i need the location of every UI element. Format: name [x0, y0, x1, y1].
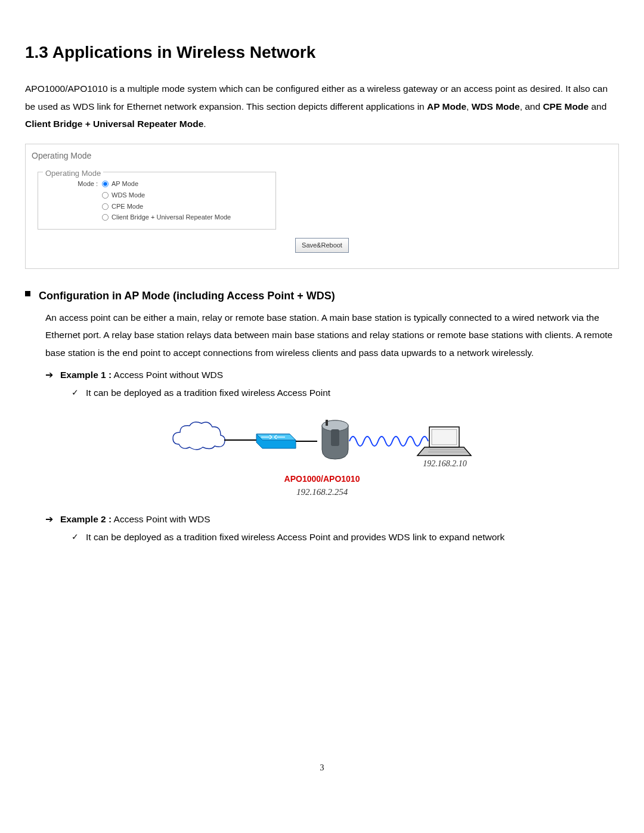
square-bullet-icon: [25, 291, 30, 296]
page-number: 3: [25, 760, 619, 776]
example-2-row: ➔ Example 2 : Access Point with WDS: [45, 510, 619, 528]
section-title: 1.3 Applications in Wireless Network: [25, 42, 619, 63]
radio-ap-mode-label: AP Mode: [112, 178, 138, 190]
diagram-caption: APO1000/APO1010 192.168.2.254: [25, 472, 619, 498]
example-1-label: Example 1 :: [60, 370, 112, 380]
check-icon: ✓: [72, 528, 79, 546]
laptop-icon: [417, 427, 471, 456]
intro-bold-cb: Client Bridge + Universal Repeater Mode: [25, 119, 203, 129]
mode-row-cb: Client Bridge + Universal Repeater Mode: [44, 212, 270, 223]
intro-end: .: [203, 119, 206, 129]
example-1-bullet-text: It can be deployed as a tradition fixed …: [86, 384, 330, 401]
intro-bold-wds: WDS Mode: [472, 101, 520, 112]
example-2-bullet-row: ✓ It can be deployed as a tradition fixe…: [72, 528, 619, 546]
intro-sep-1: ,: [466, 101, 472, 112]
example-2-label: Example 2 :: [60, 514, 112, 524]
cloud-icon: [173, 422, 225, 450]
switch-icon: [256, 434, 296, 448]
example-2-bullet-text: It can be deployed as a tradition fixed …: [86, 528, 504, 546]
ap-mode-heading: Configuration in AP Mode (including Acce…: [39, 286, 335, 306]
svg-rect-7: [326, 420, 328, 426]
operating-mode-panel: Operating Mode Operating Mode Mode : AP …: [25, 144, 619, 270]
radio-client-bridge-mode-label: Client Bridge + Universal Repeater Mode: [112, 212, 231, 223]
check-icon: ✓: [72, 384, 79, 401]
svg-marker-10: [417, 447, 471, 456]
radio-ap-mode[interactable]: [102, 181, 109, 187]
example-1-row: ➔ Example 1 : Access Point without WDS: [45, 366, 619, 384]
intro-sep-3: and: [589, 101, 606, 112]
ap-mode-paragraph: An access point can be either a main, re…: [45, 309, 619, 361]
radio-wds-mode-label: WDS Mode: [112, 190, 145, 201]
network-diagram-svg: 192.168.2.10: [167, 411, 477, 471]
mode-row-cpe: CPE Mode: [44, 201, 270, 212]
network-diagram: 192.168.2.10 APO1000/APO1010 192.168.2.2…: [25, 411, 619, 498]
device-model-label: APO1000/APO1010: [284, 474, 360, 484]
arrow-right-icon: ➔: [45, 366, 53, 384]
mode-row-wds: WDS Mode: [44, 190, 270, 201]
client-ip-label: 192.168.2.10: [423, 459, 467, 468]
wireless-link-icon: [349, 436, 428, 446]
radio-client-bridge-mode[interactable]: [102, 214, 109, 221]
ap-mode-heading-row: Configuration in AP Mode (including Acce…: [25, 286, 619, 306]
intro-paragraph: APO1000/APO1010 is a multiple mode syste…: [25, 80, 619, 132]
example-1-bullet-row: ✓ It can be deployed as a tradition fixe…: [72, 384, 619, 401]
example-2-text: Access Point with WDS: [112, 514, 210, 524]
operating-mode-legend: Operating Mode: [43, 166, 103, 181]
radio-cpe-mode[interactable]: [102, 203, 109, 209]
example-1-text: Access Point without WDS: [112, 370, 223, 380]
svg-rect-9: [432, 429, 457, 445]
arrow-right-icon: ➔: [45, 510, 53, 528]
operating-mode-fieldset: Operating Mode Mode : AP Mode WDS Mode C…: [38, 172, 276, 230]
device-ip-label: 192.168.2.254: [296, 487, 348, 497]
radio-wds-mode[interactable]: [102, 192, 109, 199]
intro-sep-2: , and: [520, 101, 543, 112]
radio-cpe-mode-label: CPE Mode: [112, 201, 143, 212]
intro-bold-cpe: CPE Mode: [543, 101, 589, 112]
access-point-icon: [322, 420, 348, 459]
save-reboot-button[interactable]: Save&Reboot: [295, 238, 349, 253]
svg-rect-6: [331, 429, 339, 446]
intro-bold-ap: AP Mode: [427, 101, 466, 112]
operating-mode-title: Operating Mode: [32, 148, 612, 166]
